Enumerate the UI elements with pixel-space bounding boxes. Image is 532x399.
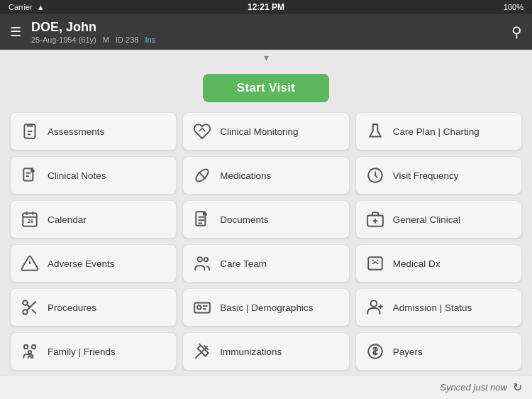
heart-icon [192,121,213,142]
patient-details: 25-Aug-1954 (61y) M ID 238 Ins [31,35,160,44]
person-add-icon [365,297,386,318]
nav-left: ☰ DOE, John 25-Aug-1954 (61y) M ID 238 I… [10,20,160,44]
grid-item-adverse-events[interactable]: Adverse Events [10,244,177,283]
clipboard-icon [19,121,40,142]
svg-point-24 [198,257,203,262]
grid-item-label-care-team: Care Team [220,258,267,269]
chevron-down-icon: ▾ [264,52,269,63]
syringe-icon [192,341,213,362]
patient-info: DOE, John 25-Aug-1954 (61y) M ID 238 Ins [31,20,160,44]
warning-icon [19,253,40,274]
svg-point-25 [204,258,208,261]
family-icon [19,341,40,362]
svg-line-30 [27,305,30,307]
svg-point-35 [370,300,377,307]
clock-icon [365,165,386,186]
menu-grid: AssessmentsClinical MonitoringCare Plan … [0,112,532,371]
flask-icon [365,121,386,142]
grid-item-label-medications: Medications [220,170,271,181]
svg-point-40 [28,351,31,354]
patient-ins: Ins [145,35,156,44]
svg-line-42 [196,355,199,358]
medical-dx-icon [365,253,386,274]
grid-item-general-clinical[interactable]: General Clinical [355,200,522,239]
grid-item-label-adverse-events: Adverse Events [48,258,115,269]
team-icon [192,253,213,274]
grid-item-medications[interactable]: Medications [182,156,349,195]
grid-item-documents[interactable]: Documents [182,200,349,239]
grid-item-family-friends[interactable]: Family | Friends [10,332,177,371]
grid-item-care-plan-charting[interactable]: Care Plan | Charting [355,112,522,151]
id-card-icon [192,297,213,318]
scissors-icon [19,297,40,318]
grid-item-label-basic-demographics: Basic | Demographics [220,302,313,313]
sync-status-text: Synced just now [440,382,507,393]
patient-dob: 25-Aug-1954 (61y) [31,35,96,44]
status-bar-left: Carrier ▲ [9,3,45,11]
svg-point-26 [23,300,28,305]
patient-id: ID 238 [116,35,138,44]
medkit-icon [365,209,386,230]
grid-item-label-calendar: Calendar [48,214,87,225]
patient-gender: M [103,35,109,44]
grid-item-label-payers: Payers [393,346,423,357]
grid-item-medical-dx[interactable]: Medical Dx [355,244,522,283]
grid-item-label-assessments: Assessments [48,126,104,137]
svg-line-8 [199,172,206,179]
grid-item-basic-demographics[interactable]: Basic | Demographics [182,288,349,327]
status-bar-right: 100% [504,3,523,11]
svg-text:28: 28 [28,218,33,224]
grid-item-immunizations[interactable]: Immunizations [182,332,349,371]
carrier-label: Carrier [9,3,33,11]
svg-point-27 [23,310,28,315]
grid-item-label-procedures: Procedures [48,302,96,313]
svg-point-32 [197,305,201,309]
start-visit-button[interactable]: Start Visit [203,74,329,102]
calendar-icon: 28 [19,209,40,230]
nav-bar: ☰ DOE, John 25-Aug-1954 (61y) M ID 238 I… [0,14,532,50]
hamburger-menu-icon[interactable]: ☰ [10,24,21,40]
svg-point-39 [32,345,35,349]
wifi-icon: ▲ [37,3,45,11]
svg-point-38 [24,345,28,349]
grid-item-label-general-clinical: General Clinical [393,214,460,225]
svg-line-29 [32,310,36,314]
time-label: 12:21 PM [248,2,284,12]
pencil-doc-icon [19,165,40,186]
grid-item-label-visit-frequency: Visit Frequency [393,170,459,181]
status-bar: Carrier ▲ 12:21 PM 100% [0,0,532,14]
refresh-icon[interactable]: ↻ [513,381,522,394]
grid-item-label-immunizations: Immunizations [220,346,282,357]
grid-item-calendar[interactable]: 28Calendar [10,200,177,239]
patient-name: DOE, John [31,20,160,35]
grid-item-label-admission-status: Admission | Status [393,302,472,313]
chevron-bar: ▾ [0,50,532,65]
grid-item-procedures[interactable]: Procedures [10,288,177,327]
grid-item-clinical-monitoring[interactable]: Clinical Monitoring [182,112,349,151]
battery-label: 100% [504,3,523,11]
pill-icon [192,165,213,186]
search-icon[interactable]: ⚲ [511,23,522,40]
grid-item-label-medical-dx: Medical Dx [393,258,440,269]
grid-item-label-documents: Documents [220,214,268,225]
start-visit-container: Start Visit [0,65,532,112]
grid-item-label-clinical-monitoring: Clinical Monitoring [220,126,298,137]
grid-item-label-care-plan-charting: Care Plan | Charting [393,126,480,137]
footer: Synced just now ↻ [0,375,532,399]
grid-item-clinical-notes[interactable]: Clinical Notes [10,156,177,195]
grid-item-assessments[interactable]: Assessments [10,112,177,151]
document-icon [192,209,213,230]
grid-item-care-team[interactable]: Care Team [182,244,349,283]
grid-item-label-clinical-notes: Clinical Notes [48,170,106,181]
grid-item-admission-status[interactable]: Admission | Status [355,288,522,327]
grid-item-payers[interactable]: Payers [355,332,522,371]
grid-item-label-family-friends: Family | Friends [48,346,116,357]
grid-item-visit-frequency[interactable]: Visit Frequency [355,156,522,195]
dollar-icon [365,341,386,362]
